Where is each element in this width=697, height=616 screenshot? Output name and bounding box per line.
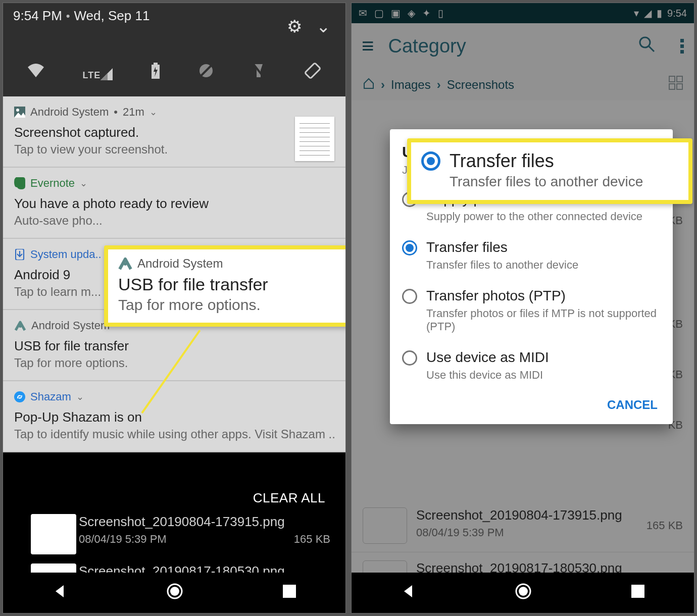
radio-icon[interactable] [402, 350, 417, 366]
phone-left: 9:54 PM • Wed, Sep 11 ⚙ ⌄ LTE [3, 3, 346, 613]
notif-title: USB for file transfer [14, 338, 334, 354]
status-time: 9:54 [667, 8, 687, 19]
gmail-icon: ✉ [359, 7, 367, 19]
usb-option-ptp[interactable]: Transfer photos (PTP) Transfer photos or… [390, 279, 673, 340]
nav-home-icon[interactable] [515, 583, 532, 603]
svg-rect-18 [677, 76, 682, 82]
notif-title: You have a photo ready to review [14, 196, 334, 212]
chevron-down-icon[interactable]: ⌄ [76, 391, 84, 402]
svg-line-16 [649, 46, 654, 52]
nav-home-icon[interactable] [166, 583, 183, 603]
svg-point-22 [519, 587, 528, 596]
crumb-images[interactable]: Images [391, 78, 431, 92]
chevron-down-icon[interactable]: ⌄ [316, 16, 330, 36]
option-subtitle: Use this device as MIDI [426, 369, 549, 382]
home-icon[interactable] [363, 77, 375, 92]
svg-point-13 [170, 587, 179, 596]
svg-rect-20 [677, 84, 682, 89]
option-title: Transfer files [426, 239, 578, 255]
svg-rect-1 [154, 63, 158, 65]
svg-point-7 [16, 109, 19, 112]
gear-icon[interactable]: ⚙ [287, 16, 302, 36]
svg-rect-5 [305, 63, 320, 78]
phone-icon: ▯ [438, 7, 443, 19]
menu-icon[interactable]: ≡ [362, 34, 374, 58]
chevron-down-icon[interactable]: ⌄ [150, 107, 157, 118]
svg-point-15 [640, 37, 650, 47]
qs-toggles: LTE [3, 48, 345, 96]
wifi-icon[interactable] [27, 63, 45, 82]
file-size: 165 KB [294, 533, 330, 546]
notif-age: 21m [123, 106, 144, 119]
svg-point-10 [14, 391, 25, 402]
notif-subtitle: Tap to view your screenshot. [14, 142, 334, 157]
rotate-icon[interactable] [304, 62, 322, 84]
svg-rect-14 [283, 585, 296, 598]
qs-time: 9:54 PM [13, 8, 62, 24]
notif-app-label: Evernote [30, 177, 75, 190]
option-subtitle: Supply power to the other connected devi… [426, 210, 642, 223]
dnd-icon[interactable] [198, 63, 214, 83]
file-row[interactable]: Screenshot_20190804-173915.png 08/04/19 … [18, 509, 330, 551]
chevron-right-icon: › [437, 78, 441, 92]
more-icon[interactable] [680, 39, 684, 54]
app-bar: ≡ Category [352, 23, 694, 69]
svg-point-11 [124, 263, 127, 266]
callout-usb: Android System USB for file transfer Tap… [104, 245, 346, 327]
cancel-button[interactable]: CANCEL [607, 398, 658, 412]
radio-icon[interactable] [402, 240, 417, 255]
screenshot-thumbnail[interactable] [295, 117, 334, 161]
notification-shazam[interactable]: Shazam ⌄ Pop-Up Shazam is on Tap to iden… [3, 381, 345, 452]
file-name: Screenshot_20190804-173915.png [416, 507, 622, 523]
outlook-icon: ◈ [408, 7, 415, 19]
nav-back-icon[interactable] [53, 584, 67, 602]
callout-subtitle: Transfer files to another device [450, 174, 678, 190]
usb-option-transfer-files[interactable]: Transfer files Transfer files to another… [390, 230, 673, 279]
svg-point-9 [19, 325, 22, 328]
nav-bar [352, 573, 694, 613]
nav-recent-icon[interactable] [631, 584, 644, 601]
file-thumbnail [363, 507, 407, 544]
file-row[interactable]: Screenshot_20190804-173915.png 08/04/19 … [352, 499, 694, 552]
file-thumbnail [31, 514, 76, 554]
grid-view-icon[interactable] [669, 76, 683, 93]
callout-transfer-files: Transfer files Transfer files to another… [407, 138, 692, 204]
radio-icon[interactable] [402, 289, 417, 304]
cellular-icon: ◢ [644, 7, 652, 19]
file-date: 08/04/19 5:39 PM [416, 526, 622, 539]
option-subtitle: Transfer files to another device [426, 259, 578, 272]
nav-recent-icon[interactable] [283, 584, 296, 601]
chevron-right-icon: › [381, 78, 385, 92]
radio-selected-icon [421, 151, 440, 171]
option-title: Transfer photos (PTP) [426, 288, 661, 304]
clear-all-button[interactable]: CLEAR ALL [253, 490, 325, 506]
cellular-icon[interactable]: LTE [83, 63, 113, 82]
svg-rect-23 [631, 585, 644, 598]
option-subtitle: Transfer photos or files if MTP is not s… [426, 307, 661, 333]
notification-evernote[interactable]: Evernote ⌄ You have a photo ready to rev… [3, 168, 345, 239]
qs-date: Wed, Sep 11 [74, 8, 150, 24]
chevron-down-icon[interactable]: ⌄ [80, 178, 87, 189]
svg-rect-19 [669, 84, 675, 89]
app-title: Category [388, 35, 466, 57]
nav-back-icon[interactable] [401, 584, 415, 602]
file-size: 165 KB [646, 519, 683, 532]
file-name: Screenshot_20190804-173915.png [79, 514, 330, 530]
search-icon[interactable] [638, 35, 655, 57]
wifi-icon: ▾ [634, 7, 639, 19]
trello-icon: ▢ [374, 7, 384, 19]
image-icon: ▣ [391, 7, 401, 19]
notif-app-label: Android System [31, 319, 110, 332]
notification-screenshot[interactable]: Android System • 21m ⌄ Screenshot captur… [3, 96, 345, 168]
phone-right: ✉ ▢ ▣ ◈ ✦ ▯ ▾ ◢ ▮ 9:54 ≡ Category › Imag… [351, 3, 694, 613]
usb-option-midi[interactable]: Use device as MIDI Use this device as MI… [390, 340, 673, 389]
status-bar: ✉ ▢ ▣ ◈ ✦ ▯ ▾ ◢ ▮ 9:54 [352, 3, 694, 23]
svg-rect-17 [669, 76, 675, 82]
callout-app-label: Android System [137, 256, 223, 271]
flashlight-icon[interactable] [252, 62, 266, 83]
battery-icon[interactable] [151, 63, 161, 83]
notif-title: Screenshot captured. [14, 125, 334, 140]
crumb-screenshots[interactable]: Screenshots [447, 78, 514, 92]
file-date: 08/04/19 5:39 PM [79, 533, 167, 546]
notif-app-label: System upda.. [30, 248, 102, 261]
